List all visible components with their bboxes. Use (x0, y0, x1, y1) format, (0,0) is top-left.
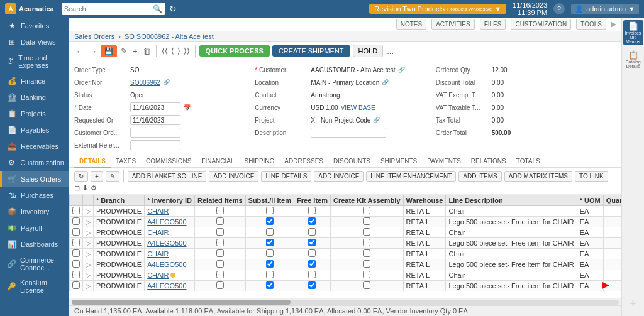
inventory-id-link[interactable]: A4LEGO500 (147, 218, 186, 226)
add-items-button[interactable]: ADD ITEMS (458, 171, 501, 182)
revision-button[interactable]: Revision Two Products Products Wholesale… (369, 4, 506, 14)
hold-button[interactable]: HOLD (353, 45, 384, 57)
sidebar-item-inventory[interactable]: 📦 Inventory (0, 204, 69, 220)
create-shipment-button[interactable]: CREATE SHIPMENT (272, 45, 350, 57)
tab-financial[interactable]: FINANCIAL (196, 155, 239, 168)
sidebar-item-sales-orders[interactable]: 🛒 Sales Orders (0, 171, 69, 187)
external-ref-input[interactable] (130, 140, 180, 150)
form-fields: Order Type SO Order Nbr. SO006962 🔗 Stat… (69, 60, 621, 155)
sidebar-item-banking[interactable]: 🏦 Banking (0, 89, 69, 106)
back-button[interactable]: ← (74, 45, 85, 57)
nav-first-button[interactable]: ⟨⟨ (160, 46, 169, 56)
breadcrumb-parent[interactable]: Sales Orders (74, 33, 114, 40)
row-detail-icon[interactable]: ▷ (83, 217, 94, 227)
edit-button[interactable]: ✎ (119, 45, 129, 57)
tab-discounts[interactable]: DISCOUNTS (328, 155, 375, 168)
catalog-panel-button[interactable]: 📋 Catalog Details (623, 46, 643, 72)
line-details-button[interactable]: LINE DETAILS (261, 171, 311, 182)
sidebar-item-dashboards[interactable]: 📊 Dashboards (0, 236, 69, 253)
description-input[interactable] (311, 128, 386, 138)
sidebar-item-payables[interactable]: 📄 Payables (0, 122, 69, 138)
date-input[interactable] (130, 102, 180, 112)
row-detail-icon[interactable]: ▷ (83, 270, 94, 281)
order-nbr-value[interactable]: SO006962 (130, 79, 160, 86)
forward-button[interactable]: → (87, 45, 98, 57)
sidebar-item-purchases[interactable]: 🛍 Purchases (0, 187, 69, 204)
customization-button[interactable]: CUSTOMIZATION (511, 19, 571, 30)
row-detail-icon[interactable]: ▷ (83, 249, 94, 259)
refresh-icon[interactable]: ↻ (169, 4, 177, 14)
sidebar-item-time-expenses[interactable]: ⏱ Time and Expenses (0, 50, 69, 73)
more-button[interactable]: ... (386, 45, 395, 57)
refresh-rows-button[interactable]: ↻ (74, 171, 88, 182)
add-invoice2-button[interactable]: ADD INVOICE (314, 171, 364, 182)
tab-totals[interactable]: TOTALS (511, 155, 545, 168)
search-wrap[interactable]: 🔍 (62, 3, 165, 15)
sidebar-item-data-views[interactable]: ⊞ Data Views (0, 34, 69, 50)
tab-addresses[interactable]: ADDRESSES (279, 155, 328, 168)
inventory-id-link[interactable]: A4LEGO500 (147, 261, 186, 268)
save-button[interactable]: 💾 (101, 45, 117, 57)
invoices-panel-button[interactable]: 📄 Invoices and Memos (623, 20, 643, 45)
inventory-id-link[interactable]: A4LEGO500 (147, 282, 186, 290)
row-detail-icon[interactable]: ▷ (83, 281, 94, 291)
tab-shipments[interactable]: SHIPMENTS (375, 155, 422, 168)
row-detail-icon[interactable]: ▷ (83, 259, 94, 270)
inventory-id-link[interactable]: CHAIR (147, 250, 169, 258)
sidebar-item-projects[interactable]: 📋 Projects (0, 106, 69, 122)
sidebar-item-payroll[interactable]: 💵 Payroll (0, 220, 69, 236)
tab-payments[interactable]: PAYMENTS (422, 155, 466, 168)
row-detail-icon[interactable]: ▷ (83, 206, 94, 217)
edit-row-button[interactable]: ✎ (106, 171, 119, 182)
add-invoice-button[interactable]: ADD INVOICE (209, 171, 258, 182)
help-icon[interactable]: ? (553, 3, 565, 14)
sidebar-item-favorites[interactable]: ★ Favorites (0, 18, 69, 34)
notes-button[interactable]: NOTES (396, 19, 426, 30)
inventory-id-link[interactable]: CHAIR (147, 207, 169, 215)
tab-details[interactable]: DETAILS (74, 155, 111, 168)
purchases-icon: 🛍 (7, 191, 17, 200)
sidebar-item-finance[interactable]: 💰 Finance (0, 73, 69, 89)
date-calendar-icon[interactable]: 📅 (183, 104, 191, 111)
activities-button[interactable]: ACTIVITIES (431, 19, 474, 30)
search-input[interactable] (62, 3, 150, 15)
download-icon[interactable]: ⬇ (82, 184, 88, 192)
requested-on-input[interactable] (130, 115, 180, 125)
tab-shipping[interactable]: SHIPPING (240, 155, 280, 168)
tools-button[interactable]: TOOLS (576, 19, 606, 30)
tab-commissions[interactable]: COMMISSIONS (141, 155, 196, 168)
to-link-button[interactable]: TO LINK (575, 171, 608, 182)
sidebar-item-commerce[interactable]: 🔗 Commerce Connec... (0, 253, 69, 275)
add-panel-button[interactable]: + (623, 291, 643, 316)
table-row: ▷PRODWHOLECHAIRRETAILChairEA1.000.001.00… (70, 206, 622, 217)
add-matrix-button[interactable]: ADD MATRIX ITEMS (504, 171, 572, 182)
inventory-id-link[interactable]: CHAIR (147, 229, 169, 236)
quick-process-button[interactable]: QUICK PROCESS (199, 45, 270, 57)
nav-last-button[interactable]: ⟩⟩ (182, 46, 191, 56)
row-detail-icon[interactable]: ▷ (83, 227, 94, 238)
files-button[interactable]: FILES (480, 19, 506, 30)
view-base-link[interactable]: VIEW BASE (341, 104, 375, 111)
horizontal-scrollbar[interactable] (69, 298, 621, 305)
inventory-id-link[interactable]: A4LEGO500 (147, 239, 186, 247)
sidebar-item-receivables[interactable]: 📥 Receivables (0, 138, 69, 155)
sidebar-item-kensium[interactable]: 🔑 Kensium License (0, 275, 69, 298)
tab-relations[interactable]: RELATIONS (466, 155, 511, 168)
customer-ord-input[interactable] (130, 128, 180, 138)
add-row-button[interactable]: + (91, 171, 103, 182)
nav-prev-button[interactable]: ⟨ (170, 46, 175, 56)
tab-taxes[interactable]: TAXES (111, 155, 141, 168)
nav-next-button[interactable]: ⟩ (176, 46, 182, 56)
field-currency: Currency USD 1.00 VIEW BASE (255, 102, 430, 113)
line-item-enh-button[interactable]: LINE ITEM ENHANCEMENT (366, 171, 456, 182)
inventory-id-link[interactable]: CHAIR (147, 271, 169, 279)
user-button[interactable]: 👤 admin admin ▼ (571, 4, 639, 14)
add-blanket-button[interactable]: ADD BLANKET SO LINE (128, 171, 207, 182)
add-button[interactable]: + (131, 45, 139, 57)
delete-button[interactable]: 🗑 (142, 45, 152, 57)
clock-icon: ⏱ (7, 57, 14, 66)
settings-icon[interactable]: ⚙ (91, 184, 97, 192)
sidebar-item-customization[interactable]: ⚙ Customization (0, 155, 69, 171)
row-detail-icon[interactable]: ▷ (83, 238, 94, 249)
table-icon[interactable]: ⊟ (74, 184, 80, 192)
